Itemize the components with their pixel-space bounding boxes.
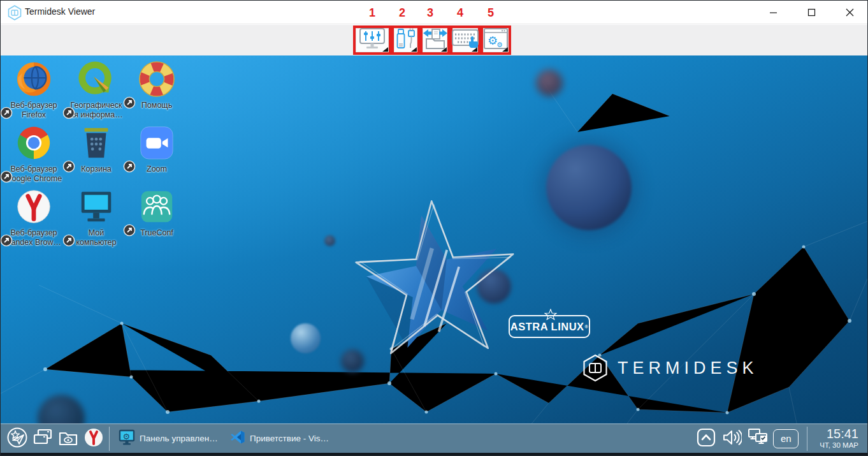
- maximize-button[interactable]: [797, 1, 826, 24]
- annotation-box-2: [391, 26, 420, 55]
- desktop-icon-chrome[interactable]: Веб-браузер Google Chrome: [3, 123, 65, 184]
- keyboard-layout-indicator[interactable]: en: [773, 429, 799, 448]
- desktop-icon-trueconf[interactable]: TrueConf: [126, 187, 188, 238]
- window-title: Termidesk Viewer: [25, 6, 95, 17]
- minimize-button[interactable]: [758, 1, 788, 24]
- task-label: Панель управлен…: [140, 434, 217, 443]
- desktop-icon-help[interactable]: Помощь: [126, 59, 188, 110]
- shortcut-arrow-icon: [123, 96, 136, 112]
- taskbar: ⚙ Панель управлен… Приветствие - Vis…: [1, 423, 867, 453]
- desktop-icon-label: Веб-браузер Yandex Brow…: [6, 228, 61, 248]
- chevron-up-icon: [697, 428, 716, 450]
- my-computer-icon: [76, 187, 116, 226]
- shortcut-arrow-icon: [1, 234, 13, 249]
- control-panel-icon: ⚙: [119, 429, 135, 448]
- astra-menu-button[interactable]: [4, 426, 30, 452]
- svg-text:⚙: ⚙: [123, 432, 131, 441]
- sphere-decoration: [324, 235, 335, 246]
- annotation-box-1: [353, 26, 391, 55]
- vscode-icon: [230, 430, 245, 447]
- shortcut-arrow-icon: [123, 160, 136, 175]
- file-manager-button[interactable]: [55, 426, 81, 452]
- shortcut-arrow-icon: [1, 170, 13, 186]
- task-control-panel[interactable]: ⚙ Панель управлен…: [112, 426, 224, 452]
- dropdown-arrow-icon[interactable]: [472, 47, 477, 52]
- desktop-icon-label: Мой компьютер: [76, 228, 116, 248]
- sphere-decoration: [291, 323, 321, 353]
- trash-icon: [76, 123, 116, 163]
- dropdown-arrow-icon[interactable]: [411, 47, 417, 52]
- shortcut-arrow-icon: [123, 224, 136, 239]
- display-settings-button[interactable]: [356, 28, 389, 52]
- astra-star-decoration: [344, 180, 528, 403]
- desktop-icon-qgis[interactable]: Географическ ая информа…: [65, 59, 127, 121]
- annotation-number-3: 3: [424, 6, 437, 20]
- termidesk-watermark: TERMIDESK: [582, 354, 758, 382]
- annotation-number-2: 2: [396, 6, 409, 20]
- annotation-box-4: [450, 26, 481, 55]
- termidesk-hexagon-icon: [582, 354, 609, 382]
- annotation-number-5: 5: [484, 6, 497, 20]
- termidesk-app-icon: [8, 5, 22, 23]
- remote-desktop[interactable]: ASTRA LINUX® TERMIDESK: [1, 55, 867, 426]
- tray-clock[interactable]: 15:41 ЧТ, 30 МАР: [820, 427, 858, 449]
- close-button[interactable]: [835, 1, 864, 24]
- shortcut-arrow-icon: [62, 234, 75, 249]
- qgis-icon: [76, 59, 116, 99]
- dropdown-arrow-icon[interactable]: [441, 47, 447, 52]
- volume-icon: [723, 429, 742, 448]
- display-network-icon: [748, 428, 769, 450]
- desktop-icon-my-computer[interactable]: Мой компьютер: [65, 187, 127, 248]
- window-list-button[interactable]: [30, 426, 55, 452]
- viewer-toolbar: ⚙ ⚙: [1, 25, 867, 55]
- yandex-browser-icon: [14, 187, 54, 226]
- host-screen-edge: [1, 453, 867, 455]
- astra-reg-mark: ®: [585, 325, 589, 329]
- system-tray: en 15:41 ЧТ, 30 МАР: [695, 426, 867, 452]
- termidesk-watermark-text: TERMIDESK: [618, 358, 758, 378]
- annotation-number-4: 4: [454, 6, 467, 20]
- desktop-icon-firefox[interactable]: Веб-браузер Firefox: [3, 59, 65, 121]
- tray-network-button[interactable]: [747, 426, 770, 452]
- tray-volume-button[interactable]: [721, 426, 744, 452]
- yandex-browser-icon: [83, 427, 104, 450]
- desktop-icon-label: Корзина: [81, 165, 112, 174]
- astra-badge-text: ASTRA LINUX: [510, 321, 584, 333]
- annotation-number-1: 1: [366, 6, 379, 20]
- usb-devices-button[interactable]: [394, 28, 417, 52]
- trueconf-icon: [137, 187, 177, 226]
- help-lifering-icon: [137, 59, 177, 99]
- yandex-browser-taskbar-button[interactable]: [81, 426, 106, 452]
- shortcut-arrow-icon: [62, 160, 75, 175]
- shortcut-arrow-icon: [1, 107, 13, 122]
- file-transfer-button[interactable]: [423, 28, 447, 52]
- termidesk-viewer-window: Termidesk Viewer 1 2 3 4 5: [0, 0, 868, 456]
- task-vscode[interactable]: Приветствие - Vis…: [224, 426, 335, 452]
- dropdown-arrow-icon[interactable]: [502, 47, 508, 52]
- desktop-icon-label: Веб-браузер Firefox: [10, 101, 57, 121]
- window-list-icon: [33, 428, 53, 450]
- chrome-icon: [14, 123, 54, 163]
- display-settings-icon: [359, 27, 386, 53]
- tray-separator: [807, 427, 807, 451]
- astra-menu-icon: [6, 427, 28, 451]
- taskbar-separator: [109, 427, 110, 451]
- desktop-icon-label: Географическ ая информа…: [69, 101, 122, 121]
- tray-expand-button[interactable]: [695, 426, 718, 452]
- keyboard-input-button[interactable]: [452, 28, 478, 52]
- zoom-icon: [137, 123, 177, 163]
- desktop-icon-label: Веб-браузер Google Chrome: [6, 165, 62, 184]
- shortcut-arrow-icon: [62, 107, 75, 122]
- annotation-box-5: ⚙ ⚙: [481, 26, 511, 55]
- desktop-icon-trash[interactable]: Корзина: [65, 123, 127, 174]
- desktop-icon-zoom[interactable]: Zoom: [126, 123, 188, 174]
- session-settings-button[interactable]: ⚙ ⚙: [483, 28, 509, 52]
- task-label: Приветствие - Vis…: [250, 434, 329, 443]
- astra-linux-logo: ASTRA LINUX®: [509, 315, 590, 338]
- sphere-decoration: [536, 70, 563, 96]
- desktop-icon-yandex-browser[interactable]: Веб-браузер Yandex Brow…: [3, 187, 65, 248]
- desktop-icon-label: TrueConf: [140, 228, 173, 238]
- astra-star-icon: [544, 309, 557, 320]
- firefox-icon: [14, 59, 54, 99]
- dropdown-arrow-icon[interactable]: [382, 47, 388, 52]
